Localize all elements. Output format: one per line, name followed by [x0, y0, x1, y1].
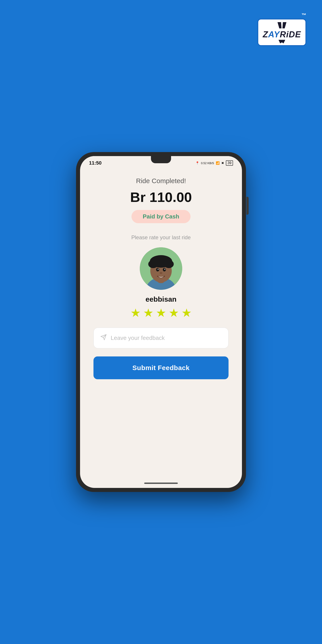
- home-indicator: [144, 482, 178, 484]
- trademark-symbol: ™: [302, 12, 306, 18]
- feedback-input-wrapper[interactable]: Leave your feedback: [94, 328, 228, 348]
- svg-point-12: [151, 255, 171, 265]
- status-icons: 📍 0.52 KB/S 📶 ✖ 39: [196, 160, 233, 166]
- shield-bottom: [278, 40, 285, 44]
- phone-screen: 11:50 📍 0.52 KB/S 📶 ✖ 39 Ride Completed!…: [80, 156, 242, 488]
- fare-amount: Br 110.00: [130, 189, 192, 205]
- submit-feedback-button[interactable]: Submit Feedback: [94, 356, 228, 379]
- phone-frame: 11:50 📍 0.52 KB/S 📶 ✖ 39 Ride Completed!…: [76, 152, 246, 492]
- star-1[interactable]: ★: [130, 307, 141, 319]
- send-icon: [100, 334, 107, 342]
- svg-point-15: [158, 269, 158, 270]
- wifi-icon: 📶: [216, 161, 220, 165]
- svg-point-14: [163, 268, 166, 272]
- data-speed: 0.52 KB/S: [201, 162, 214, 165]
- driver-avatar: [140, 247, 182, 290]
- svg-point-17: [160, 272, 162, 274]
- svg-point-16: [164, 269, 165, 270]
- svg-point-13: [156, 268, 159, 272]
- payment-badge: Paid by Cash: [132, 210, 190, 223]
- star-rating[interactable]: ★ ★ ★ ★ ★: [130, 307, 192, 319]
- battery-level: 39: [226, 160, 233, 166]
- camera-notch: [151, 156, 171, 163]
- logo-text: ZAYRiDE: [263, 30, 301, 39]
- star-3[interactable]: ★: [156, 307, 166, 319]
- road-icon: [275, 22, 289, 28]
- signal-icon: ✖: [222, 161, 224, 165]
- rate-prompt: Please rate your last ride: [131, 234, 190, 240]
- status-time: 11:50: [89, 160, 102, 166]
- feedback-placeholder: Leave your feedback: [111, 334, 164, 342]
- main-content: Ride Completed! Br 110.00 Paid by Cash P…: [80, 168, 242, 480]
- driver-avatar-image: [140, 247, 182, 290]
- driver-name: eebbisan: [146, 295, 177, 304]
- star-4[interactable]: ★: [168, 307, 179, 319]
- logo-card: ZAYRiDE: [258, 18, 306, 46]
- star-2[interactable]: ★: [143, 307, 154, 319]
- location-icon: 📍: [196, 161, 199, 165]
- logo-area: ™ ZAYRiDE: [258, 12, 306, 46]
- ride-completed-title: Ride Completed!: [136, 177, 186, 185]
- star-5[interactable]: ★: [181, 307, 192, 319]
